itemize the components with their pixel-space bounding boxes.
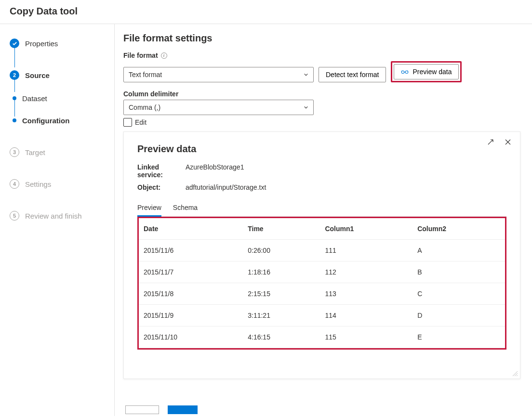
step-properties[interactable]: Properties: [10, 34, 114, 53]
step-number-icon: 2: [10, 70, 19, 80]
table-cell: 114: [320, 305, 412, 326]
table-cell: 115: [320, 326, 412, 348]
table-cell: 111: [320, 240, 412, 261]
next-button[interactable]: [168, 405, 198, 414]
table-cell: 2:15:15: [243, 283, 320, 305]
button-label: Preview data: [412, 68, 452, 76]
col-header: Date: [139, 218, 243, 240]
table-cell: 113: [320, 283, 412, 305]
highlight-table: Date Time Column1 Column2 2015/11/60:26:…: [137, 217, 506, 350]
table-row: 2015/11/93:11:21114D: [139, 305, 505, 326]
linked-service-value: AzureBlobStorage1: [186, 163, 244, 179]
table-cell: 2015/11/9: [139, 305, 243, 326]
table-row: 2015/11/60:26:00111A: [139, 240, 505, 261]
table-cell: D: [412, 305, 505, 326]
close-icon[interactable]: [504, 138, 512, 146]
wizard-sidebar: Properties 2 Source Dataset Configuratio…: [0, 24, 115, 416]
table-row: 2015/11/104:16:15115E: [139, 326, 505, 348]
step-review[interactable]: 5 Review and finish: [10, 206, 114, 225]
button-label: Detect text format: [326, 71, 379, 78]
edit-label: Edit: [135, 118, 146, 126]
table-cell: 3:11:21: [243, 305, 320, 326]
table-cell: B: [412, 261, 505, 283]
table-row: 2015/11/82:15:15113C: [139, 283, 505, 305]
table-cell: C: [412, 283, 505, 305]
footer-buttons: [125, 405, 198, 414]
page-header: Copy Data tool: [0, 0, 532, 24]
step-label: Settings: [25, 180, 51, 188]
page-title: Copy Data tool: [10, 6, 78, 16]
table-cell: 2015/11/7: [139, 261, 243, 283]
object-label: Object:: [137, 183, 186, 191]
label-text: Column delimiter: [123, 90, 178, 98]
step-number-icon: 4: [10, 179, 19, 189]
step-number-icon: 5: [10, 211, 19, 221]
step-number-icon: 3: [10, 147, 19, 157]
file-format-label: File format i: [123, 52, 520, 59]
table-cell: 4:16:15: [243, 326, 320, 348]
table-cell: A: [412, 240, 505, 261]
col-header: Time: [243, 218, 320, 240]
file-format-select[interactable]: Text format: [123, 67, 314, 82]
step-source[interactable]: 2 Source: [10, 65, 114, 85]
glasses-icon: [401, 69, 409, 74]
column-delimiter-select[interactable]: Comma (,): [123, 100, 314, 115]
step-settings[interactable]: 4 Settings: [10, 174, 114, 194]
preview-table: Date Time Column1 Column2 2015/11/60:26:…: [139, 218, 505, 348]
content-area: File format settings File format i Text …: [115, 24, 532, 416]
table-cell: 0:26:00: [243, 240, 320, 261]
select-value: Text format: [129, 71, 162, 78]
detect-text-format-button[interactable]: Detect text format: [319, 67, 386, 82]
substep-dot-icon: [13, 96, 16, 100]
column-delimiter-label: Column delimiter: [123, 90, 520, 98]
tab-preview[interactable]: Preview: [137, 200, 161, 217]
step-target[interactable]: 3 Target: [10, 143, 114, 162]
check-icon: [10, 39, 19, 48]
substep-configuration[interactable]: Configuration: [10, 111, 114, 130]
step-label: Target: [25, 148, 45, 156]
info-icon[interactable]: i: [161, 52, 167, 59]
substep-label: Dataset: [22, 94, 47, 103]
col-header: Column1: [320, 218, 412, 240]
edit-checkbox[interactable]: [123, 118, 132, 127]
chevron-down-icon: [304, 105, 308, 110]
select-value: Comma (,): [129, 104, 160, 111]
expand-icon[interactable]: [486, 138, 495, 146]
substep-label: Configuration: [22, 117, 69, 125]
chevron-down-icon: [304, 72, 308, 77]
preview-title: Preview data: [137, 143, 506, 155]
resize-handle-icon[interactable]: [511, 370, 518, 377]
table-row: 2015/11/71:18:16112B: [139, 261, 505, 283]
section-title: File format settings: [123, 33, 520, 44]
table-cell: 2015/11/6: [139, 240, 243, 261]
previous-button[interactable]: [125, 405, 159, 414]
step-label: Review and finish: [25, 212, 82, 220]
table-cell: 2015/11/10: [139, 326, 243, 348]
preview-data-button[interactable]: Preview data: [394, 64, 459, 79]
substep-dot-icon: [13, 118, 16, 122]
step-label: Source: [25, 71, 50, 79]
col-header: Column2: [412, 218, 505, 240]
label-text: File format: [123, 52, 158, 59]
table-cell: 1:18:16: [243, 261, 320, 283]
linked-service-label: Linked service:: [137, 163, 186, 179]
tab-schema[interactable]: Schema: [173, 200, 198, 217]
table-cell: E: [412, 326, 505, 348]
table-cell: 2015/11/8: [139, 283, 243, 305]
substep-dataset[interactable]: Dataset: [10, 89, 114, 108]
step-label: Properties: [25, 39, 58, 48]
preview-panel: Preview data Linked service: AzureBlobSt…: [123, 131, 520, 379]
table-cell: 112: [320, 261, 412, 283]
highlight-preview-button: Preview data: [391, 61, 462, 82]
object-value: adftutorial/input/Storage.txt: [186, 183, 266, 191]
